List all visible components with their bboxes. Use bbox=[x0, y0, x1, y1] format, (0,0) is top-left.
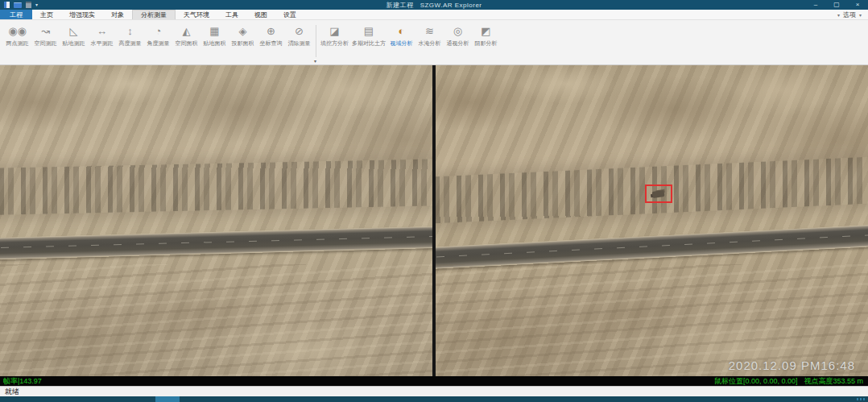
shadow-analysis-button[interactable]: ◩ 阴影分析 bbox=[472, 24, 500, 48]
resize-grip-icon bbox=[857, 398, 865, 400]
menu-analysis-measure[interactable]: 分析测量 bbox=[132, 10, 176, 19]
title-bar: ▾ 新建工程 SZGW.AR Explorer – ▢ × bbox=[0, 0, 868, 10]
horizontal-distance-button[interactable]: ↔ 水平测距 bbox=[88, 24, 116, 48]
space-distance-button[interactable]: ↝ 空间测距 bbox=[31, 24, 60, 48]
menu-view[interactable]: 视图 bbox=[246, 10, 275, 19]
sight-analysis-button[interactable]: ◎ 通视分析 bbox=[444, 24, 472, 48]
detection-box bbox=[645, 184, 672, 203]
detected-vehicle bbox=[652, 190, 665, 198]
ground-distance-icon: ◺ bbox=[70, 24, 78, 38]
clear-measure-button[interactable]: ⊘ 清除测量 bbox=[285, 24, 313, 48]
two-point-distance-button[interactable]: ◉◉ 两点测距 bbox=[3, 24, 31, 48]
menu-weather-environment[interactable]: 天气环境 bbox=[176, 10, 217, 19]
space-area-button[interactable]: ◭ 空间面积 bbox=[172, 24, 200, 48]
application-status-bar: 就绪 bbox=[0, 386, 868, 396]
toolbar-separator bbox=[316, 25, 316, 57]
multi-period-compare-icon: ▤ bbox=[364, 24, 374, 38]
menu-augmented-reality[interactable]: 增强现实 bbox=[61, 10, 103, 19]
measure-analysis-toolbar: ◉◉ 两点测距 ↝ 空间测距 ◺ 贴地测距 ↔ 水平测距 ↕ 高度测量 ◔ 角度… bbox=[0, 20, 868, 65]
ground-area-icon: ▦ bbox=[209, 24, 219, 38]
viewport-status-bar: 帧率|143.97 鼠标位置[0.00, 0.00, 0.00] 视点高度353… bbox=[0, 376, 868, 386]
two-point-distance-icon: ◉◉ bbox=[8, 24, 27, 38]
timestamp-overlay: 2020.12.09 PM16:48 bbox=[729, 358, 855, 372]
options-label: 选项 bbox=[843, 10, 856, 19]
left-dune-ripples bbox=[0, 264, 432, 376]
toolbar-overflow-icon[interactable]: ▾ bbox=[314, 58, 316, 64]
flood-analysis-button[interactable]: ≋ 水淹分析 bbox=[415, 24, 444, 48]
viewshed-analysis-button[interactable]: ◐ 视域分析 bbox=[387, 24, 415, 48]
menu-objects[interactable]: 对象 bbox=[103, 10, 132, 19]
angle-measure-icon: ◔ bbox=[155, 24, 162, 38]
left-dirt-track bbox=[0, 159, 432, 215]
cut-fill-analysis-icon: ◪ bbox=[329, 24, 339, 38]
options-caret-left-icon: ▾ bbox=[837, 12, 840, 18]
frame-rate-readout: 帧率|143.97 bbox=[0, 376, 42, 387]
projection-area-button[interactable]: ◈ 投影面积 bbox=[229, 24, 257, 48]
dual-viewport: 2020.12.09 PM16:48 bbox=[0, 65, 868, 376]
clear-measure-icon: ⊘ bbox=[295, 24, 304, 38]
height-measure-button[interactable]: ↕ 高度测量 bbox=[116, 24, 144, 48]
application-window: ▾ 新建工程 SZGW.AR Explorer – ▢ × 工程 主页 增强现实… bbox=[0, 0, 868, 402]
shadow-analysis-icon: ◩ bbox=[481, 24, 490, 38]
menu-settings[interactable]: 设置 bbox=[275, 10, 304, 19]
app-title: SZGW.AR Explorer bbox=[420, 2, 482, 9]
options-caret-right-icon: ▾ bbox=[859, 12, 862, 18]
cut-fill-analysis-button[interactable]: ◪ 填挖方分析 bbox=[319, 24, 350, 48]
menu-tools[interactable]: 工具 bbox=[217, 10, 246, 19]
space-distance-icon: ↝ bbox=[41, 24, 50, 38]
ground-area-button[interactable]: ▦ 贴地面积 bbox=[200, 24, 229, 48]
menu-home[interactable]: 主页 bbox=[32, 10, 61, 19]
coordinate-query-icon: ⊕ bbox=[267, 24, 275, 38]
window-title: 新建工程 SZGW.AR Explorer bbox=[0, 1, 868, 10]
sight-analysis-icon: ◎ bbox=[453, 24, 462, 38]
coordinate-query-button[interactable]: ⊕ 坐标查询 bbox=[257, 24, 285, 48]
mouse-position-readout: 鼠标位置[0.00, 0.00, 0.00] bbox=[714, 376, 798, 387]
project-title: 新建工程 bbox=[386, 2, 413, 9]
left-viewport[interactable] bbox=[0, 65, 432, 376]
viewshed-analysis-icon: ◐ bbox=[399, 24, 405, 38]
horizontal-scrollbar[interactable] bbox=[0, 396, 868, 402]
flood-analysis-icon: ≋ bbox=[425, 24, 434, 38]
menu-bar: 工程 主页 增强现实 对象 分析测量 天气环境 工具 视图 设置 ▾ 选项 ▾ bbox=[0, 10, 868, 20]
scrollbar-thumb[interactable] bbox=[155, 396, 180, 402]
view-height-readout: 视点高度353.55 m bbox=[804, 376, 863, 387]
multi-period-compare-button[interactable]: ▤ 多期对比土方 bbox=[350, 24, 387, 48]
ground-distance-button[interactable]: ◺ 贴地测距 bbox=[60, 24, 88, 48]
projection-area-icon: ◈ bbox=[239, 24, 247, 38]
space-area-icon: ◭ bbox=[183, 24, 191, 38]
right-viewport[interactable]: 2020.12.09 PM16:48 bbox=[436, 65, 868, 376]
menu-project[interactable]: 工程 bbox=[0, 10, 32, 19]
angle-measure-button[interactable]: ◔ 角度测量 bbox=[144, 24, 172, 48]
horizontal-distance-icon: ↔ bbox=[97, 24, 107, 38]
ready-status: 就绪 bbox=[5, 387, 19, 396]
options-control[interactable]: ▾ 选项 ▾ bbox=[837, 10, 868, 19]
height-measure-icon: ↕ bbox=[127, 24, 133, 38]
